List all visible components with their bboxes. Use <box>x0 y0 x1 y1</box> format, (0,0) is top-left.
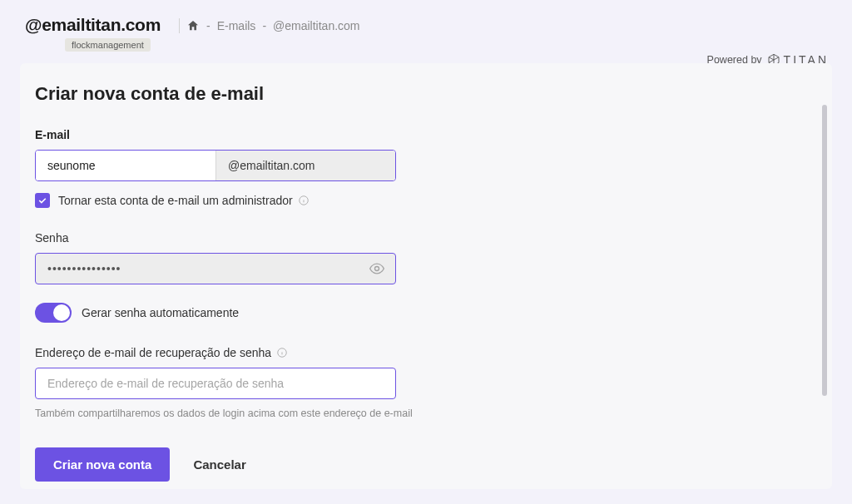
email-input[interactable] <box>36 151 215 180</box>
recovery-hint: Também compartilharemos os dados de logi… <box>35 408 562 419</box>
password-label: Senha <box>35 231 562 245</box>
form-actions: Criar nova conta Cancelar <box>35 447 562 482</box>
email-label: E-mail <box>35 128 562 141</box>
auto-password-row: Gerar senha automaticamente <box>35 303 562 323</box>
page-domain: @emailtitan.com <box>25 15 161 35</box>
recovery-label-text: Endereço de e-mail de recuperação de sen… <box>35 346 271 359</box>
info-icon[interactable] <box>276 347 288 358</box>
header-top: @emailtitan.com flockmanagement - E-mail… <box>25 15 827 52</box>
info-icon[interactable] <box>298 195 310 206</box>
breadcrumb-current: @emailtitan.com <box>273 19 359 32</box>
domain-block: @emailtitan.com flockmanagement <box>25 15 161 52</box>
main-panel: Criar nova conta de e-mail E-mail @email… <box>20 63 832 489</box>
breadcrumb: - E-mails - @emailtitan.com <box>179 15 359 33</box>
eye-icon[interactable] <box>369 260 385 277</box>
admin-label: Tornar esta conta de e-mail um administr… <box>58 194 310 207</box>
header: @emailtitan.com flockmanagement - E-mail… <box>0 0 852 58</box>
auto-password-toggle[interactable] <box>35 303 72 323</box>
page-title: Criar nova conta de e-mail <box>35 83 562 105</box>
admin-label-text: Tornar esta conta de e-mail um administr… <box>58 194 293 207</box>
recovery-input[interactable] <box>35 368 396 399</box>
password-field-group <box>35 253 396 284</box>
email-field-group: @emailtitan.com <box>35 150 396 181</box>
password-input[interactable] <box>36 254 369 284</box>
toggle-knob <box>53 304 70 321</box>
domain-tag: flockmanagement <box>65 38 151 52</box>
email-suffix: @emailtitan.com <box>215 151 395 180</box>
breadcrumb-sep: - <box>262 19 266 32</box>
breadcrumb-emails[interactable]: E-mails <box>217 19 256 32</box>
admin-row: Tornar esta conta de e-mail um administr… <box>35 193 562 208</box>
scrollbar-thumb[interactable] <box>822 105 827 396</box>
divider <box>179 18 180 33</box>
admin-checkbox[interactable] <box>35 193 50 208</box>
auto-password-label: Gerar senha automaticamente <box>82 306 239 319</box>
cancel-button[interactable]: Cancelar <box>193 457 245 472</box>
breadcrumb-sep: - <box>206 19 211 32</box>
form: Criar nova conta de e-mail E-mail @email… <box>30 83 562 482</box>
check-icon <box>37 195 47 205</box>
recovery-label: Endereço de e-mail de recuperação de sen… <box>35 346 562 359</box>
home-icon[interactable] <box>186 19 200 32</box>
submit-button[interactable]: Criar nova conta <box>35 447 170 482</box>
password-label-text: Senha <box>35 231 68 245</box>
svg-point-1 <box>375 267 379 271</box>
